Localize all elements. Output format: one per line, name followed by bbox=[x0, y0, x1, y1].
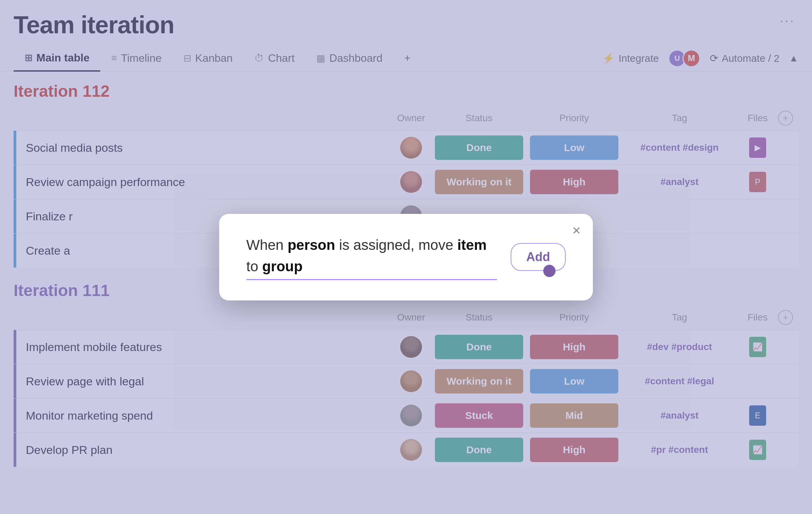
modal-text-mid: is assigned, move bbox=[335, 237, 457, 253]
modal-text-mid2: to bbox=[246, 258, 262, 274]
modal-add-wrap: Add bbox=[511, 243, 566, 271]
modal-bold-group: group bbox=[262, 258, 303, 274]
btn-dot-indicator bbox=[543, 265, 555, 277]
modal-bold-person: person bbox=[287, 237, 335, 253]
modal-text: When person is assigned, move item to gr… bbox=[246, 234, 497, 277]
modal-overlay[interactable]: × When person is assigned, move item to … bbox=[0, 0, 812, 514]
modal-close-button[interactable]: × bbox=[572, 223, 581, 238]
modal-text-wrap: When person is assigned, move item to gr… bbox=[246, 234, 497, 280]
modal-add-button[interactable]: Add bbox=[511, 243, 566, 271]
automation-modal: × When person is assigned, move item to … bbox=[219, 214, 593, 300]
modal-underline bbox=[246, 279, 497, 280]
modal-text-pre: When bbox=[246, 237, 287, 253]
modal-bold-item: item bbox=[457, 237, 487, 253]
